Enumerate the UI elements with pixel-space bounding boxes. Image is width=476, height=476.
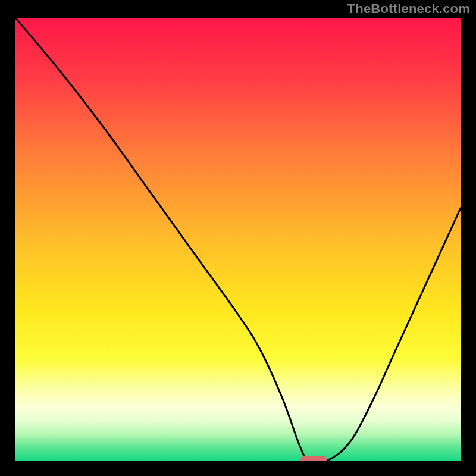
optimum-marker [300,456,327,461]
chart-background [15,18,461,461]
watermark-text: TheBottleneck.com [347,1,470,17]
plot-area [15,18,461,461]
chart-svg [15,18,461,461]
chart-frame: TheBottleneck.com [0,0,476,476]
